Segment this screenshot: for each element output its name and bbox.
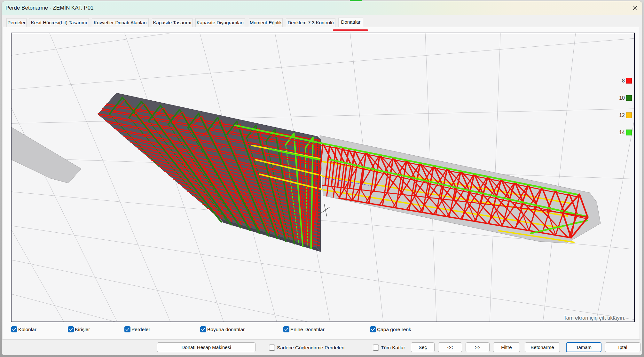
svg-text:Tam ekran için çift tıklayın.: Tam ekran için çift tıklayın. — [564, 315, 625, 321]
svg-text:14: 14 — [619, 130, 625, 135]
svg-text:12: 12 — [619, 113, 625, 118]
svg-text:10: 10 — [619, 95, 625, 101]
svg-text:8: 8 — [622, 78, 625, 83]
